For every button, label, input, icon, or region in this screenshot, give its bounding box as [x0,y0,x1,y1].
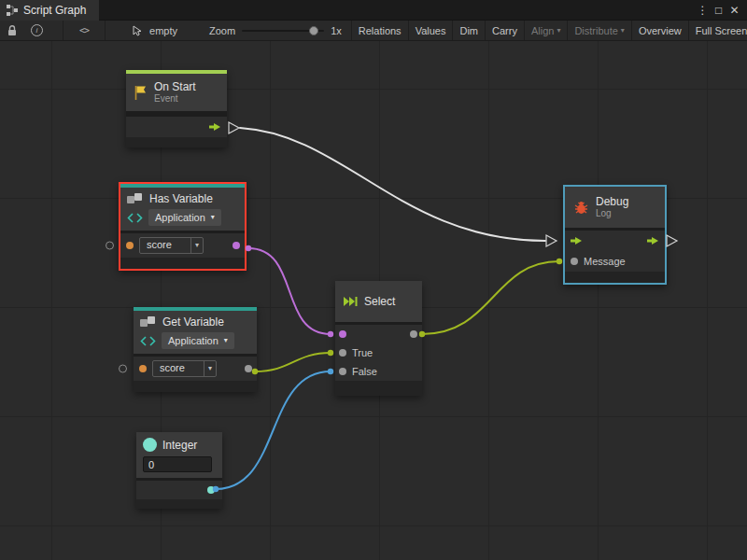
integer-output-port[interactable] [207,486,215,494]
false-input-port[interactable] [339,368,346,375]
wire-select-to-debuglog-message[interactable] [422,261,559,334]
node-title: Debug [596,195,628,208]
bool-output-port[interactable] [233,242,240,249]
values-button[interactable]: Values [409,21,453,41]
result-output-port[interactable] [410,330,417,338]
selection-cursor-icon [126,25,149,36]
graph-toolbar: i <> empty Zoom 1x Relations Values Dim … [0,21,747,41]
select-icon [343,296,358,307]
caret-down-icon: ▾ [224,337,228,344]
variable-chevrons-icon [127,213,143,223]
window-maximize-button[interactable]: □ [711,0,726,21]
node-integer[interactable]: Integer [136,432,222,509]
variable-name-value: score [153,361,204,376]
dim-button[interactable]: Dim [453,21,485,41]
code-view-icon[interactable]: <> [73,25,95,35]
variables-boxes-icon [140,316,157,329]
bug-icon [573,200,589,216]
zoom-slider-knob[interactable] [309,26,318,35]
variables-boxes-icon [127,193,144,205]
node-select[interactable]: Select True False [335,281,422,396]
node-on-start[interactable]: On Start Event [126,70,227,147]
variable-name-dropdown[interactable]: score ▾ [152,360,217,377]
caret-down-icon: ▾ [190,238,203,253]
variable-name-port[interactable] [126,242,134,249]
caret-down-icon: ▾ [204,361,216,376]
zoom-slider[interactable] [242,30,324,32]
scope-value: Application [155,212,205,223]
info-icon[interactable]: i [24,24,49,36]
carry-button[interactable]: Carry [486,21,524,41]
selection-status-label: empty [149,25,177,36]
flow-connection-start-arrow [229,122,239,133]
integer-value-input[interactable] [143,456,212,472]
node-title: On Start [154,80,196,93]
zoom-value: 1x [331,25,342,36]
scope-dropdown[interactable]: Application ▾ [148,209,221,226]
node-title: Get Variable [162,315,224,329]
caret-down-icon: ▾ [557,27,560,35]
unity-script-graph-window: Script Graph ⋮ □ ✕ i <> empty Zoom [0,0,747,560]
toolbar-separator [63,21,63,40]
relations-button[interactable]: Relations [352,21,408,41]
wire-getvariable-to-select-true[interactable] [255,353,331,371]
node-subtitle: Event [154,93,196,105]
window-menu-button[interactable]: ⋮ [695,0,711,21]
false-port-label: False [352,366,377,377]
align-button[interactable]: Align▾ [525,21,567,41]
true-port-label: True [352,347,373,358]
flow-input-port[interactable] [571,236,583,245]
message-port-label: Message [584,256,626,267]
variable-name-dropdown[interactable]: score ▾ [139,237,204,254]
fullscreen-button[interactable]: Full Screen [689,21,747,41]
caret-down-icon: ▾ [621,27,625,35]
node-get-variable[interactable]: Get Variable Application ▾ [134,307,257,392]
zoom-label: Zoom [209,25,235,36]
node-subtitle: Log [596,208,628,219]
flow-output-port[interactable] [209,122,221,132]
caret-down-icon: ▾ [211,214,215,221]
distribute-button[interactable]: Distribute▾ [568,21,630,41]
toolbar-separator [105,21,106,40]
variable-name-value: score [140,238,190,253]
window-controls: ⋮ □ ✕ [695,0,747,21]
node-debug-log[interactable]: Debug Log Message [563,185,667,285]
unconnected-input-port[interactable] [106,242,114,250]
wire-hasvariable-to-select[interactable] [248,248,331,334]
integer-type-icon [143,438,157,452]
flow-connection-end-arrow [546,235,557,246]
node-title: Has Variable [149,192,213,205]
graph-canvas[interactable]: On Start Event Has V [0,41,747,560]
value-output-port[interactable] [245,365,252,372]
window-titlebar: Script Graph ⋮ □ ✕ [0,0,747,21]
condition-input-port[interactable] [339,330,346,338]
scope-dropdown[interactable]: Application ▾ [162,332,234,349]
tab-title: Script Graph [23,4,86,17]
node-title: Integer [162,439,197,452]
wire-onstart-to-debuglog[interactable] [240,128,545,241]
message-input-port[interactable] [571,258,578,265]
variable-name-port[interactable] [139,365,147,372]
variable-chevrons-icon [140,336,156,346]
window-close-button[interactable]: ✕ [726,0,742,21]
script-graph-icon [7,5,18,16]
unconnected-flow-output-arrow [667,235,677,246]
scope-value: Application [168,335,218,346]
overview-button[interactable]: Overview [632,21,688,41]
unconnected-input-port[interactable] [119,365,127,373]
node-has-variable[interactable]: Has Variable Application ▾ [119,182,247,271]
flow-output-port[interactable] [647,236,659,245]
node-title: Select [364,295,395,308]
tab-script-graph[interactable]: Script Graph [0,0,99,21]
true-input-port[interactable] [339,349,346,357]
lock-icon[interactable] [0,24,24,36]
flag-icon [134,85,148,101]
